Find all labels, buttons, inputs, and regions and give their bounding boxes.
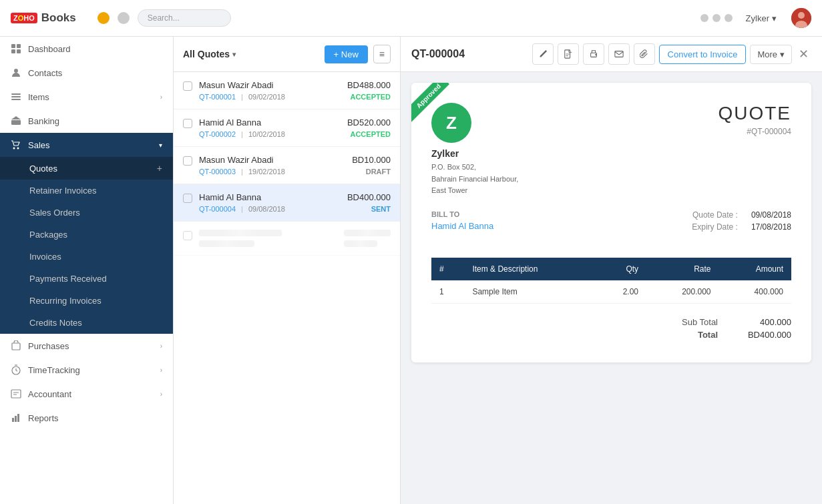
quote-id-QT-000004[interactable]: QT-000004 [199,205,236,213]
status-dot [97,12,110,24]
checkbox-QT-000004[interactable] [183,194,192,203]
plus-icon-quotes[interactable]: + [157,163,162,174]
address-line-3: East Tower [431,186,467,194]
quote-meta-QT-000004: QT-000004 | 09/08/2018 [199,205,341,213]
sidebar-item-timetracking[interactable]: TimeTracking › [0,358,173,382]
svg-point-27 [595,54,596,55]
list-item-QT-000002[interactable]: Hamid Al Banna QT-000002 | 10/02/2018 BD… [174,109,400,147]
svg-rect-5 [11,49,15,53]
quote-right-QT-000002: BD520.000 ACCEPTED [347,117,391,138]
sidebar-sub-credits[interactable]: Credits Notes [0,312,173,334]
list-panel: All Quotes ▾ + New ≡ Masun Wazir Abadi Q… [174,37,401,504]
quote-right-QT-000004: BD400.000 SENT [347,192,391,213]
user-name: Zylker [746,13,769,23]
svg-point-14 [17,148,19,150]
company-address: P.O. Box 502, Bahrain Financial Harbour,… [431,162,518,197]
svg-rect-15 [12,343,20,350]
sidebar-sub-retainer[interactable]: Retainer Invoices [0,180,173,202]
list-item-skeleton[interactable] [174,222,400,256]
totals-section: Sub Total 400.000 Total BD400.000 [431,312,791,340]
sidebar-sub-recurring[interactable]: Recurring Invoices [0,290,173,312]
pdf-button[interactable] [558,43,579,65]
quote-meta-QT-000001: QT-000001 | 09/02/2018 [199,93,341,101]
sidebar-sub-invoices[interactable]: Invoices [0,246,173,268]
expiry-date-label: Expiry Date : [678,222,738,232]
checkbox-QT-000003[interactable] [183,156,192,166]
dashboard-icon [11,43,21,54]
list-item-QT-000003[interactable]: Masun Wazir Abadi QT-000003 | 19/02/2018… [174,147,400,184]
quote-name-QT-000004: Hamid Al Banna [199,192,341,202]
items-table: # Item & Description Qty Rate Amount 1 S… [431,258,791,304]
topbar-dots [700,14,733,22]
sep-QT-000002: | [241,130,243,138]
sub-credits-label: Credits Notes [29,318,82,328]
sidebar-sub-quotes[interactable]: Quotes + [0,157,173,180]
list-item-QT-000001[interactable]: Masun Wazir Abadi QT-000001 | 09/02/2018… [174,72,400,109]
quote-date-label: Quote Date : [678,210,738,220]
svg-point-13 [13,148,15,150]
quote-title-block: QUOTE #QT-000004 [718,103,791,136]
sidebar-sub-payments[interactable]: Payments Received [0,268,173,290]
sidebar-item-banking[interactable]: Banking [0,109,173,133]
attachment-button[interactable] [634,43,655,65]
detail-panel: QT-000004 [401,37,822,504]
quote-id-QT-000003[interactable]: QT-000003 [199,168,236,176]
svg-rect-6 [17,49,21,53]
attachment-icon [640,49,649,59]
svg-rect-8 [11,93,21,95]
print-button[interactable] [583,43,604,65]
quote-amount-QT-000002: BD520.000 [347,117,391,128]
new-button[interactable]: + New [325,45,368,63]
sidebar-item-reports[interactable]: Reports [0,406,173,430]
list-item-QT-000004[interactable]: Hamid Al Banna QT-000004 | 09/08/2018 BD… [174,184,400,222]
sidebar-sub-sales-orders[interactable]: Sales Orders [0,202,173,224]
more-button[interactable]: More ▾ [750,45,792,64]
email-button[interactable] [608,43,630,65]
expiry-date-value: 17/08/2018 [751,222,791,232]
all-quotes-dropdown[interactable]: All Quotes ▾ [183,49,236,59]
bill-to-label: Bill To [431,210,493,218]
sidebar-label-timetracking: TimeTracking [28,365,154,375]
content-area: All Quotes ▾ + New ≡ Masun Wazir Abadi Q… [174,37,822,504]
checkbox-QT-000001[interactable] [183,81,192,91]
accountant-icon [11,389,21,399]
checkbox-QT-000002[interactable] [183,119,192,128]
cell-amount-0: 400.000 [719,280,791,304]
company-logo: Z [431,103,471,143]
detail-actions: Convert to Invoice More ▾ ✕ [532,43,811,65]
pdf-icon [564,49,573,59]
list-menu-button[interactable]: ≡ [373,45,391,63]
sidebar-item-dashboard[interactable]: Dashboard [0,37,173,61]
skeleton-line-2 [199,240,254,247]
sidebar-sub-packages[interactable]: Packages [0,224,173,246]
quote-info-QT-000004: Hamid Al Banna QT-000004 | 09/08/2018 [199,192,341,213]
bill-to-name[interactable]: Hamid Al Banna [431,221,493,231]
close-button[interactable]: ✕ [796,47,811,61]
convert-to-invoice-button[interactable]: Convert to Invoice [659,45,747,64]
sidebar-item-sales[interactable]: Sales ▾ [0,133,173,157]
items-chevron: › [160,93,162,101]
sep-QT-000001: | [241,93,243,101]
sub-recurring-label: Recurring Invoices [29,296,101,306]
bill-dates-row: Bill To Hamid Al Banna Quote Date : 09/0… [431,210,791,242]
sidebar-item-contacts[interactable]: Contacts [0,61,173,85]
quote-list: Masun Wazir Abadi QT-000001 | 09/02/2018… [174,72,400,222]
sidebar-item-items[interactable]: Items › [0,85,173,109]
avatar[interactable] [791,8,811,28]
new-button-label: + New [334,49,359,59]
sidebar-item-purchases[interactable]: Purchases › [0,334,173,358]
edit-button[interactable] [532,43,554,65]
svg-point-7 [14,69,18,73]
purchases-icon [11,340,21,351]
user-menu[interactable]: Zylker ▾ [746,13,777,23]
quote-date-QT-000001: 09/02/2018 [248,93,285,101]
list-header: All Quotes ▾ + New ≡ [174,37,400,72]
quote-status-QT-000001: ACCEPTED [347,93,391,101]
sidebar-label-contacts: Contacts [28,68,162,78]
sidebar-item-accountant[interactable]: Accountant › [0,382,173,406]
col-qty: Qty [596,258,646,280]
quote-id-QT-000001[interactable]: QT-000001 [199,93,236,101]
quote-id-QT-000002[interactable]: QT-000002 [199,130,236,138]
timetracking-chevron: › [160,366,162,374]
subtotal-label: Sub Total [651,317,718,327]
